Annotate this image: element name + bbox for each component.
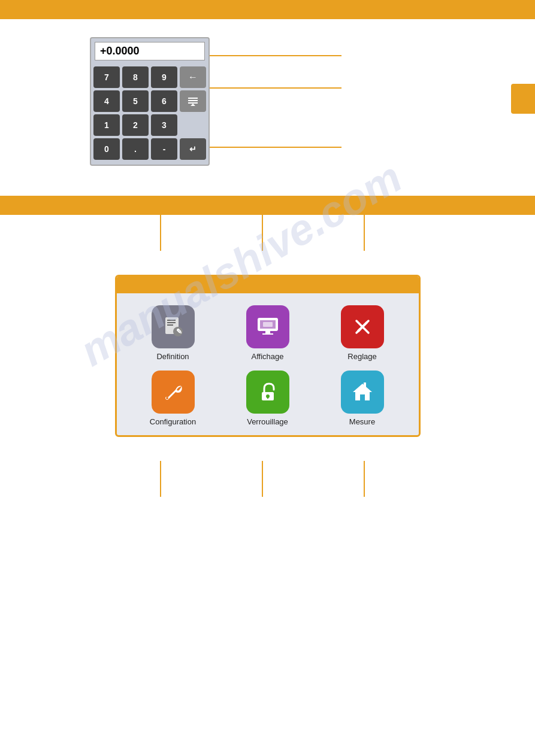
calculator-section: +0.0000 7 8 9 ← 4 5 6 [0,19,535,184]
btn-6[interactable]: 6 [151,90,177,112]
reglage-label: Reglage [347,352,376,361]
btn-backspace[interactable]: ← [180,66,206,88]
connector-line-left [160,215,161,251]
configuration-icon [160,379,186,405]
definition-label: Definition [156,352,189,361]
calc-buttons: 7 8 9 ← 4 5 6 [91,64,208,165]
btn-0[interactable]: 0 [93,138,120,160]
svg-text:✎: ✎ [176,327,182,336]
btn-9[interactable]: 9 [151,66,177,88]
menu-item-mesure[interactable]: Mesure [333,371,392,426]
svg-rect-2 [188,102,198,104]
above-menu-connectors [115,215,421,251]
mesure-icon-bg [341,371,384,414]
svg-rect-5 [167,320,176,321]
btn-1[interactable]: 1 [93,114,120,136]
svg-rect-25 [360,394,365,400]
verrouillage-icon [255,379,281,405]
calculator: +0.0000 7 8 9 ← 4 5 6 [90,37,210,166]
calc-row-3: 1 2 3 [93,114,206,136]
menu-item-verrouillage[interactable]: Verrouillage [238,371,298,426]
arrow-backspace [210,55,341,56]
below-menu-connectors [115,461,421,497]
svg-rect-15 [263,322,273,327]
menu-section: ✎ Definition [0,251,535,461]
btn-5[interactable]: 5 [122,90,149,112]
menu-panel: ✎ Definition [115,275,421,437]
connector-line-center [262,215,263,251]
btn-enter[interactable]: ↵ [180,138,206,160]
configuration-icon-bg [152,371,195,414]
calc-area: +0.0000 7 8 9 ← 4 5 6 [90,37,535,166]
svg-rect-23 [267,396,268,399]
definition-icon: ✎ [160,314,186,340]
svg-rect-0 [188,98,198,99]
btn-dot[interactable]: . [122,138,149,160]
svg-rect-6 [167,322,176,323]
connector-line-below-left [160,461,161,497]
svg-rect-1 [188,100,198,101]
calc-row-1: 7 8 9 ← [93,66,206,88]
btn-special[interactable] [180,90,206,112]
definition-icon-bg: ✎ [152,305,195,348]
menu-panel-header [117,277,419,293]
btn-7[interactable]: 7 [93,66,120,88]
svg-marker-3 [191,104,195,106]
svg-point-20 [166,397,168,399]
reglage-icon [349,314,376,340]
btn-3[interactable]: 3 [151,114,177,136]
svg-rect-13 [262,333,273,335]
menu-item-reglage[interactable]: Reglage [333,305,392,361]
arrow-enter [210,147,341,148]
verrouillage-label: Verrouillage [247,417,288,426]
calc-row-4: 0 . - ↵ [93,138,206,160]
calc-row-2: 4 5 6 [93,90,206,112]
calc-display: +0.0000 [95,42,205,60]
svg-rect-12 [265,330,270,333]
btn-4[interactable]: 4 [93,90,120,112]
affichage-icon-bg [246,305,289,348]
verrouillage-icon-bg [246,371,289,414]
arrow-special [210,87,341,89]
banner-top [0,0,535,19]
affichage-label: Affichage [252,352,284,361]
configuration-label: Configuration [150,417,196,426]
btn-8[interactable]: 8 [122,66,149,88]
svg-rect-26 [364,382,366,387]
reglage-icon-bg [341,305,384,348]
btn-2[interactable]: 2 [122,114,149,136]
connector-line-right [364,215,365,251]
page-wrapper: manualshive.com +0.0000 7 8 9 ← [0,0,535,756]
connector-line-below-center [262,461,263,497]
btn-minus[interactable]: - [151,138,177,160]
menu-item-definition[interactable]: ✎ Definition [143,305,203,361]
connector-line-below-right [364,461,365,497]
menu-item-affichage[interactable]: Affichage [238,305,298,361]
svg-rect-7 [167,324,173,326]
btn-empty [180,114,206,136]
menu-item-configuration[interactable]: Configuration [143,371,203,426]
mesure-icon [349,379,376,405]
banner-middle [0,196,535,215]
mesure-label: Mesure [349,417,375,426]
menu-panel-body: ✎ Definition [117,293,419,435]
affichage-icon [255,314,281,340]
